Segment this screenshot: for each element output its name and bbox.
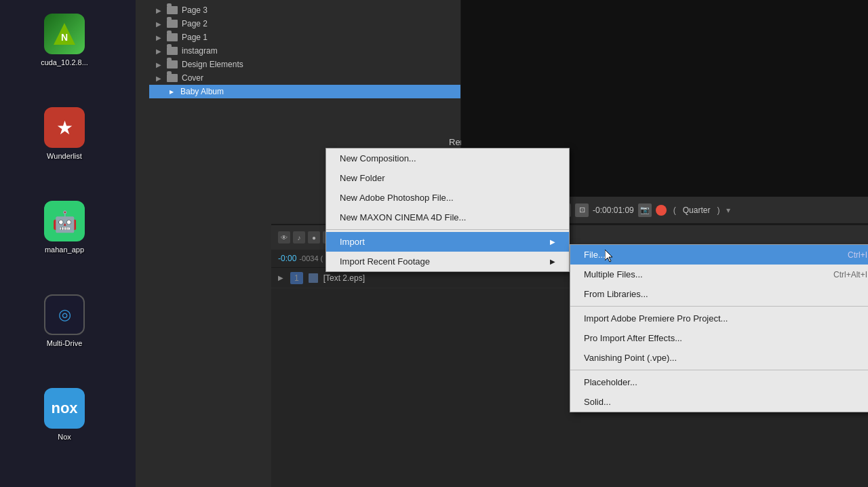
- layer-icon: [309, 273, 318, 283]
- baby-album-label: Baby Album: [180, 87, 224, 96]
- menu-item-import[interactable]: Import ▶: [326, 232, 569, 252]
- expand-arrow: ▶: [156, 34, 163, 41]
- import-submenu: File... Ctrl+I Multiple Files... Ctrl+Al…: [570, 244, 868, 412]
- menu-item-label: New Composition...: [340, 153, 416, 163]
- tree-item-label: Page 1: [182, 33, 208, 42]
- submenu-arrow: ▶: [550, 238, 555, 246]
- composition-icon: ▶: [167, 87, 176, 96]
- quality-chevron[interactable]: ▾: [726, 206, 730, 215]
- submenu-item-file[interactable]: File... Ctrl+I: [570, 245, 868, 265]
- submenu-item-label: Solid...: [584, 397, 611, 407]
- multidrive-label: Multi-Drive: [47, 339, 83, 347]
- timecode-extra: -0034 (: [299, 254, 323, 262]
- timecode-display: -0:00:01:09: [593, 206, 634, 215]
- menu-item-new-photoshop[interactable]: New Adobe Photoshop File...: [326, 188, 569, 208]
- expand-arrow: ▶: [156, 61, 163, 69]
- cuda-icon: N: [44, 14, 85, 54]
- menu-item-new-cinema4d[interactable]: New MAXON CINEMA 4D File...: [326, 208, 569, 227]
- wunderlist-label: Wunderlist: [47, 152, 82, 160]
- cuda-label: cuda_10.2.8...: [41, 58, 88, 66]
- folder-icon: [167, 74, 178, 82]
- expand-arrow: ▶: [156, 7, 163, 14]
- folder-icon: [167, 47, 178, 55]
- quality-label: (: [671, 206, 679, 215]
- submenu-item-label: File...: [584, 250, 606, 260]
- submenu-separator: [570, 306, 868, 307]
- timecode-negative: -0:00: [278, 254, 296, 263]
- menu-item-import-recent[interactable]: Import Recent Footage ▶: [326, 252, 569, 271]
- desktop: N cuda_10.2.8... ★ Wunderlist 🤖 mahan_ap…: [0, 0, 868, 487]
- tree-item-label: Design Elements: [182, 60, 243, 69]
- desktop-icon-nox[interactable]: nox Nox: [44, 388, 85, 441]
- tl-icon-eye[interactable]: 👁: [278, 231, 290, 244]
- menu-item-label: Import Recent Footage: [340, 256, 430, 267]
- sidebar: N cuda_10.2.8... ★ Wunderlist 🤖 mahan_ap…: [0, 0, 129, 487]
- layer-name: [Text 2.eps]: [323, 273, 365, 283]
- toolbar-icon-crop[interactable]: ⊡: [575, 203, 589, 217]
- menu-item-label: New Adobe Photoshop File...: [340, 193, 454, 203]
- menu-item-label: Import: [340, 237, 365, 247]
- tree-item-cover[interactable]: ▶ Cover: [149, 71, 460, 85]
- folder-icon: [167, 20, 178, 28]
- ae-panel: ▶ Page 3 ▶ Page 2 ▶ Page 1 ▶: [136, 0, 868, 487]
- folder-icon: [167, 33, 178, 41]
- tree-item-label: Cover: [182, 73, 203, 83]
- submenu-item-premiere[interactable]: Import Adobe Premiere Pro Project...: [570, 309, 868, 328]
- desktop-icon-mahan[interactable]: 🤖 mahan_app: [44, 201, 85, 254]
- svg-text:N: N: [61, 32, 68, 43]
- submenu-separator-2: [570, 370, 868, 370]
- menu-item-label: New MAXON CINEMA 4D File...: [340, 212, 466, 222]
- project-tree: ▶ Page 3 ▶ Page 2 ▶ Page 1 ▶: [136, 0, 460, 102]
- tree-item-label: Page 3: [182, 5, 208, 15]
- submenu-item-label: Multiple Files...: [584, 269, 643, 279]
- desktop-icon-wunderlist[interactable]: ★ Wunderlist: [44, 107, 85, 160]
- nox-label: Nox: [58, 433, 71, 441]
- submenu-item-label: Pro Import After Effects...: [584, 333, 682, 343]
- multidrive-icon: ◎: [44, 294, 85, 335]
- tree-item-label: Page 2: [182, 19, 208, 28]
- wunderlist-icon: ★: [44, 107, 85, 148]
- menu-separator: [326, 229, 569, 230]
- submenu-item-solid[interactable]: Solid...: [570, 392, 868, 412]
- menu-item-label: New Folder: [340, 173, 384, 183]
- nox-icon: nox: [44, 388, 85, 429]
- expand-arrow: ▶: [156, 75, 163, 82]
- submenu-item-multiple[interactable]: Multiple Files... Ctrl+Alt+I: [570, 265, 868, 284]
- expand-arrow: ▶: [156, 47, 163, 55]
- quality-display: Quarter: [683, 206, 711, 215]
- tl-icon-dot[interactable]: ●: [308, 231, 320, 244]
- tree-item-baby-album[interactable]: ▶ Baby Album: [149, 85, 460, 98]
- layer-expand-arrow: ▶: [278, 274, 285, 281]
- mahan-label: mahan_app: [45, 246, 84, 254]
- desktop-icon-cuda[interactable]: N cuda_10.2.8...: [41, 14, 88, 66]
- expand-arrow: ▶: [156, 20, 163, 28]
- submenu-item-libraries[interactable]: From Libraries...: [570, 284, 868, 304]
- submenu-item-pro-import[interactable]: Pro Import After Effects...: [570, 328, 868, 348]
- tree-item-label: instagram: [182, 46, 218, 56]
- shortcut-label: Ctrl+Alt+I: [833, 270, 867, 279]
- quality-paren-close: ): [714, 206, 722, 215]
- folder-icon: [167, 60, 178, 69]
- tree-item-page1[interactable]: ▶ Page 1: [149, 31, 460, 44]
- submenu-item-vanishing-point[interactable]: Vanishing Point (.vpe)...: [570, 348, 868, 368]
- tree-item-design-elements[interactable]: ▶ Design Elements: [149, 58, 460, 71]
- tree-item-instagram[interactable]: ▶ instagram: [149, 44, 460, 58]
- submenu-item-label: Vanishing Point (.vpe)...: [584, 353, 677, 363]
- menu-item-new-folder[interactable]: New Folder: [326, 168, 569, 188]
- layer-num: 1: [290, 272, 303, 284]
- tl-icon-audio[interactable]: ♪: [293, 231, 305, 244]
- mahan-icon: 🤖: [44, 201, 85, 241]
- tree-item-page3[interactable]: ▶ Page 3: [149, 3, 460, 17]
- menu-item-new-composition[interactable]: New Composition...: [326, 149, 569, 168]
- toolbar-icon-color[interactable]: [656, 205, 667, 216]
- submenu-item-label: From Libraries...: [584, 289, 648, 299]
- shortcut-label: Ctrl+I: [848, 250, 867, 260]
- submenu-item-placeholder[interactable]: Placeholder...: [570, 372, 868, 392]
- submenu-item-label: Import Adobe Premiere Pro Project...: [584, 313, 728, 324]
- submenu-arrow: ▶: [550, 258, 555, 265]
- toolbar-icon-camera[interactable]: 📷: [638, 203, 652, 217]
- folder-icon: [167, 6, 178, 14]
- tree-item-page2[interactable]: ▶ Page 2: [149, 17, 460, 31]
- desktop-icon-multidrive[interactable]: ◎ Multi-Drive: [44, 294, 85, 347]
- submenu-item-label: Placeholder...: [584, 377, 637, 387]
